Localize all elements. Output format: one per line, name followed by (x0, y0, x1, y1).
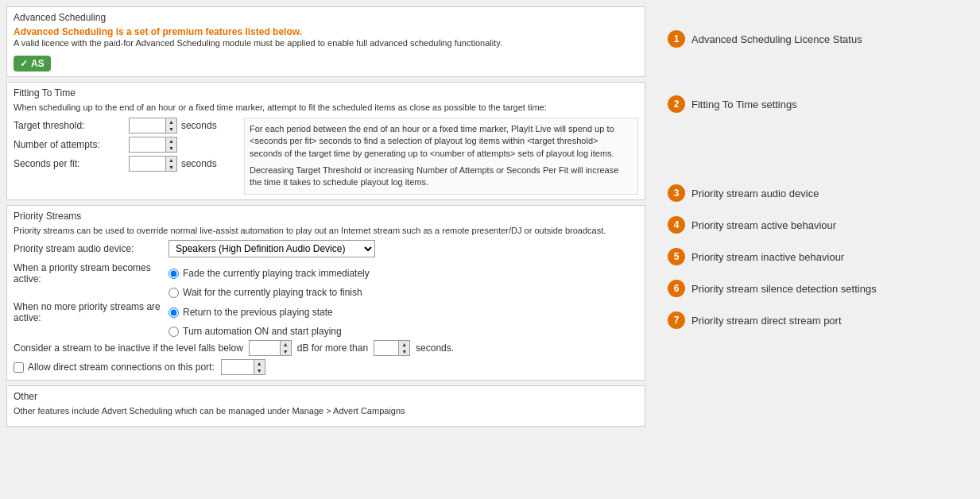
silence-post-text: seconds. (416, 342, 454, 354)
fitting-to-time-desc: When scheduling up to the end of an hour… (14, 102, 638, 114)
direct-stream-checkbox[interactable] (14, 362, 24, 373)
active-radio-1[interactable] (168, 269, 179, 279)
target-threshold-input-wrapper[interactable]: 30.0 ▲ ▼ (129, 118, 177, 133)
target-threshold-row: Target threshold: 30.0 ▲ ▼ seconds (14, 118, 236, 133)
fitting-tooltip-para1: For each period between the end of an ho… (250, 123, 633, 160)
number-of-attempts-row: Number of attempts: 25 ▲ ▼ (14, 137, 236, 153)
as-badge-label: AS (31, 58, 45, 69)
silence-db-spin: ▲ ▼ (280, 341, 291, 355)
seconds-per-fit-up[interactable]: ▲ (166, 157, 176, 164)
active-behaviour-group: When a priority stream becomes active: F… (14, 262, 638, 298)
inactive-behaviour-group: When no more priority streams are active… (14, 301, 638, 337)
advanced-scheduling-desc: A valid licence with the paid-for Advanc… (14, 37, 638, 49)
inactive-radio-1[interactable] (168, 308, 179, 318)
as-badge: ✓ AS (14, 56, 51, 72)
ann-badge-2: 2 (668, 95, 685, 113)
ann-text-6: Priority stream silence detection settin… (691, 283, 877, 295)
number-of-attempts-input[interactable]: 25 (130, 138, 165, 151)
silence-seconds-up[interactable]: ▲ (399, 341, 409, 348)
annotation-item-2: 2 Fitting To Time settings (668, 95, 974, 113)
active-behaviour-row2: Wait for the currently playing track to … (168, 287, 638, 298)
audio-device-label: Priority stream audio device: (14, 243, 168, 254)
target-threshold-label: Target threshold: (14, 120, 129, 131)
target-threshold-down[interactable]: ▼ (166, 126, 176, 133)
ann-text-4: Priority stream active behaviour (691, 219, 836, 231)
number-of-attempts-label: Number of attempts: (14, 139, 129, 150)
direct-stream-row: Allow direct stream connections on this … (14, 359, 638, 375)
priority-streams-section: Priority Streams Priority streams can be… (6, 205, 645, 381)
audio-device-row: Priority stream audio device: Speakers (… (14, 240, 638, 257)
number-of-attempts-down[interactable]: ▼ (166, 145, 176, 152)
target-threshold-input[interactable]: 30.0 (130, 119, 165, 132)
direct-stream-port-wrapper[interactable]: 8000 ▲ ▼ (221, 359, 265, 375)
seconds-per-fit-row: Seconds per fit: 2 ▲ ▼ seconds (14, 156, 236, 172)
seconds-per-fit-spin: ▲ ▼ (165, 157, 176, 171)
other-title: Other (14, 391, 638, 402)
other-desc: Other features include Advert Scheduling… (14, 405, 638, 417)
annotation-3: 3 Priority stream audio device 4 Priorit… (668, 184, 974, 329)
seconds-per-fit-input-wrapper[interactable]: 2 ▲ ▼ (129, 156, 177, 172)
ann-badge-1: 1 (668, 30, 685, 48)
inactive-radio-2[interactable] (168, 327, 179, 337)
advanced-scheduling-section: Advanced Scheduling Advanced Scheduling … (6, 6, 645, 77)
fitting-layout: Target threshold: 30.0 ▲ ▼ seconds Numbe… (14, 118, 638, 195)
direct-stream-port-down[interactable]: ▼ (254, 367, 265, 374)
fitting-left: Target threshold: 30.0 ▲ ▼ seconds Numbe… (14, 118, 236, 195)
direct-stream-port-up[interactable]: ▲ (254, 360, 265, 367)
silence-db-up[interactable]: ▲ (281, 341, 291, 348)
silence-seconds-down[interactable]: ▼ (399, 348, 409, 355)
advanced-scheduling-highlight: Advanced Scheduling is a set of premium … (14, 26, 638, 37)
ann-badge-5: 5 (668, 248, 685, 265)
inactive-option-1-label: Return to the previous playing state (183, 307, 333, 318)
target-threshold-unit: seconds (181, 120, 217, 131)
target-threshold-up[interactable]: ▲ (166, 118, 176, 126)
ann-badge-7: 7 (668, 311, 685, 329)
silence-db-down[interactable]: ▼ (281, 348, 291, 355)
ann-text-1: Advanced Scheduling Licence Status (691, 33, 862, 45)
fitting-tooltip-para2: Decreasing Target Threshold or increasin… (250, 164, 633, 189)
seconds-per-fit-unit: seconds (181, 158, 217, 169)
active-label: When a priority stream becomes active: (14, 262, 168, 284)
annotation-item-3: 3 Priority stream audio device (668, 184, 974, 202)
silence-seconds-spin: ▲ ▼ (398, 341, 409, 355)
seconds-per-fit-down[interactable]: ▼ (166, 164, 176, 171)
annotation-1: 1 Advanced Scheduling Licence Status (668, 30, 974, 48)
check-icon: ✓ (20, 58, 28, 69)
ann-badge-6: 6 (668, 280, 685, 297)
annotation-2: 2 Fitting To Time settings (668, 95, 974, 113)
target-threshold-spin: ▲ ▼ (165, 118, 176, 133)
ann-badge-4: 4 (668, 216, 685, 234)
annotation-item-4: 4 Priority stream active behaviour (668, 216, 974, 234)
ann-text-7: Priority stream direct stream port (691, 315, 842, 327)
number-of-attempts-spin: ▲ ▼ (165, 137, 176, 152)
silence-seconds-wrapper[interactable]: 10 ▲ ▼ (374, 340, 410, 356)
inactive-behaviour-row1: When no more priority streams are active… (14, 301, 638, 323)
number-of-attempts-up[interactable]: ▲ (166, 137, 176, 145)
main-content: Advanced Scheduling Advanced Scheduling … (0, 0, 652, 438)
annotation-item-1: 1 Advanced Scheduling Licence Status (668, 30, 974, 48)
silence-mid-text: dB for more than (297, 342, 368, 354)
direct-stream-port-input[interactable]: 8000 (222, 361, 254, 373)
active-radio-2[interactable] (168, 288, 179, 298)
inactive-label: When no more priority streams are active… (14, 301, 168, 323)
fitting-to-time-section: Fitting To Time When scheduling up to th… (6, 82, 645, 199)
silence-db-input[interactable]: -65 (250, 342, 280, 354)
silence-db-wrapper[interactable]: -65 ▲ ▼ (249, 340, 292, 356)
seconds-per-fit-input[interactable]: 2 (130, 157, 165, 170)
fitting-to-time-title: Fitting To Time (14, 87, 638, 99)
ann-text-5: Priority stream inactive behaviour (691, 251, 844, 263)
priority-streams-title: Priority Streams (14, 211, 638, 222)
number-of-attempts-input-wrapper[interactable]: 25 ▲ ▼ (129, 137, 177, 153)
seconds-per-fit-label: Seconds per fit: (14, 158, 129, 169)
silence-seconds-input[interactable]: 10 (374, 342, 398, 354)
direct-stream-port-spin: ▲ ▼ (254, 360, 265, 374)
priority-streams-desc: Priority streams can be used to override… (14, 225, 638, 237)
ann-badge-3: 3 (668, 184, 685, 202)
annotation-item-6: 6 Priority stream silence detection sett… (668, 280, 974, 297)
ann-text-2: Fitting To Time settings (691, 99, 797, 110)
inactive-behaviour-row2: Turn automation ON and start playing (168, 326, 638, 337)
inactive-option-2-label: Turn automation ON and start playing (183, 326, 342, 337)
active-option-2-label: Wait for the currently playing track to … (183, 287, 362, 298)
annotation-item-5: 5 Priority stream inactive behaviour (668, 248, 974, 265)
audio-device-select[interactable]: Speakers (High Definition Audio Device)D… (168, 240, 375, 257)
